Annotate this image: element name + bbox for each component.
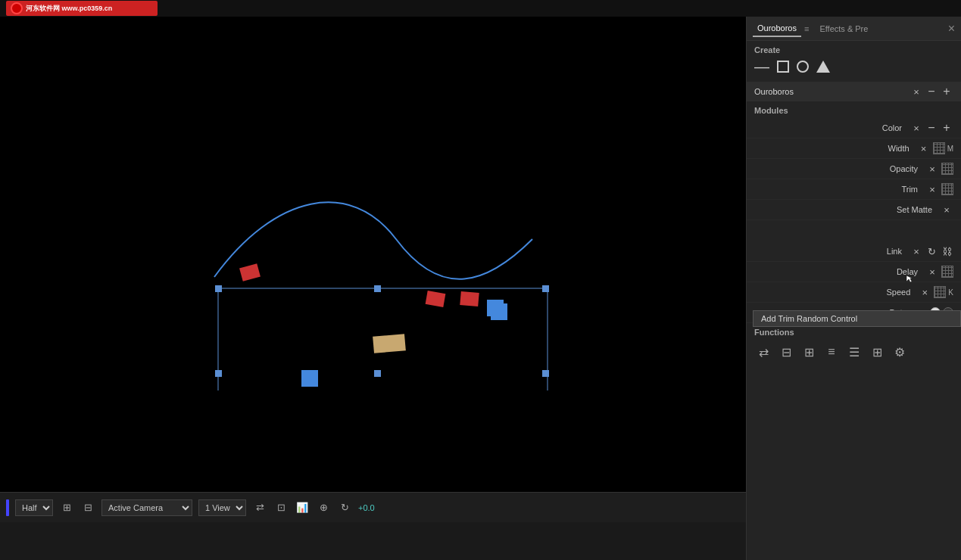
module-row-delay: Delay × — [747, 262, 961, 282]
color-minus-btn[interactable]: − — [925, 121, 938, 135]
ouroboros-plus-btn[interactable]: + — [940, 85, 953, 98]
delay-grid-icon[interactable] — [941, 266, 953, 278]
func-icon-2[interactable]: ⊟ — [777, 343, 795, 361]
delay-module-name: Delay — [762, 267, 925, 276]
width-module-name: Width — [762, 144, 917, 153]
svg-rect-6 — [487, 300, 504, 316]
create-section: Create — — [747, 41, 961, 77]
panel-tabs: Ouroboros ≡ Effects & Pre × — [747, 17, 961, 41]
view-icon[interactable]: ⊟ — [80, 500, 95, 515]
functions-section: Functions ⇄ ⊟ ⊞ ≡ ☰ ⊞ ⚙ — [747, 323, 961, 366]
tooltip-dropdown: Add Trim Random Control — [753, 310, 961, 327]
canvas-area: Half ⊞ ⊟ Active Camera 1 View ⇄ ⊡ 📊 ⊕ ↻ … — [0, 17, 746, 522]
link-x-btn[interactable]: × — [910, 244, 923, 258]
functions-label: Functions — [754, 328, 953, 337]
tab-effects[interactable]: Effects & Pre — [815, 21, 872, 36]
setmatte-x-btn[interactable]: × — [940, 203, 953, 216]
tab-ouroboros[interactable]: Ouroboros — [753, 20, 801, 37]
trim-module-name: Trim — [762, 185, 925, 194]
svg-rect-12 — [374, 370, 381, 377]
speed-module-name: Speed — [762, 288, 918, 297]
zoom-select[interactable]: Half — [15, 499, 53, 516]
func-icon-6[interactable]: ⊞ — [868, 343, 886, 361]
color-plus-btn[interactable]: + — [940, 121, 953, 135]
func-icon-5[interactable]: ☰ — [845, 343, 863, 361]
width-grid-icon[interactable] — [933, 142, 945, 154]
link-module-name: Link — [762, 247, 910, 256]
opacity-x-btn[interactable]: × — [925, 162, 939, 176]
dash-shape-btn[interactable]: — — [754, 59, 769, 74]
watermark-text: 河东软件网 www.pc0359.cn — [26, 4, 112, 14]
svg-rect-9 — [374, 285, 381, 292]
module-row-setmatte: Set Matte × — [747, 200, 961, 220]
width-m-label: M — [947, 145, 953, 153]
svg-rect-4 — [301, 370, 318, 387]
func-icon-3[interactable]: ⊞ — [800, 343, 818, 361]
ouroboros-x-btn[interactable]: × — [910, 85, 923, 98]
module-row-width: Width × M — [747, 138, 961, 159]
tool-icon-2[interactable]: ⊡ — [273, 500, 289, 515]
svg-rect-8 — [215, 285, 222, 292]
tool-icon-3[interactable]: 📊 — [295, 500, 310, 515]
module-row-speed: Speed × K — [747, 282, 961, 303]
speed-grid-icon[interactable] — [934, 286, 946, 298]
link-rotate-btn[interactable]: ↻ — [925, 244, 938, 258]
tool-icon-1[interactable]: ⇄ — [252, 500, 267, 515]
circle-shape-btn[interactable] — [797, 61, 809, 73]
link-chain-btn[interactable]: ⛓ — [940, 244, 953, 258]
tab-menu-icon[interactable]: ≡ — [804, 24, 809, 33]
module-row-opacity: Opacity × — [747, 159, 961, 179]
color-x-btn[interactable]: × — [910, 121, 923, 135]
ouroboros-minus-btn[interactable]: − — [925, 85, 938, 98]
modules-label: Modules — [747, 103, 961, 118]
svg-rect-10 — [542, 285, 549, 292]
tool-icon-4[interactable]: ⊕ — [316, 500, 331, 515]
trim-grid-icon[interactable] — [941, 183, 953, 195]
speed-k-label: K — [948, 288, 953, 297]
svg-rect-0 — [239, 263, 261, 282]
tool-icon-5[interactable]: ↻ — [337, 500, 352, 515]
module-row-link: Link × ↻ ⛓ — [747, 241, 961, 262]
func-icon-1[interactable]: ⇄ — [754, 343, 772, 361]
func-icon-4[interactable]: ≡ — [822, 343, 841, 361]
svg-rect-1 — [425, 291, 445, 307]
speed-x-btn[interactable]: × — [918, 285, 931, 299]
module-row-color: Color × − + — [747, 118, 961, 138]
width-x-btn[interactable]: × — [917, 142, 931, 155]
ouroboros-row: Ouroboros × − + — [747, 82, 961, 101]
panel-close-btn[interactable]: × — [948, 22, 955, 36]
svg-rect-13 — [542, 370, 549, 377]
svg-rect-11 — [215, 370, 222, 377]
func-icon-gear[interactable]: ⚙ — [891, 343, 909, 361]
opacity-grid-icon[interactable] — [941, 163, 953, 175]
canvas-bottom-bar: Half ⊞ ⊟ Active Camera 1 View ⇄ ⊡ 📊 ⊕ ↻ … — [0, 492, 746, 522]
module-row-trim: Trim × — [747, 179, 961, 200]
color-module-name: Color — [762, 123, 910, 132]
rect-shape-btn[interactable] — [777, 61, 789, 73]
comp-icon[interactable]: ⊞ — [59, 500, 74, 515]
svg-rect-3 — [373, 334, 406, 353]
viewport[interactable] — [0, 17, 746, 492]
opacity-module-name: Opacity — [762, 164, 925, 173]
svg-rect-2 — [460, 291, 479, 306]
ouroboros-name: Ouroboros — [754, 87, 910, 96]
trim-x-btn[interactable]: × — [925, 182, 939, 196]
view-count-select[interactable]: 1 View — [198, 499, 246, 516]
camera-select[interactable]: Active Camera — [101, 499, 192, 516]
triangle-shape-btn[interactable] — [816, 61, 830, 73]
offset-value: +0.0 — [358, 503, 375, 512]
setmatte-module-name: Set Matte — [762, 205, 940, 214]
delay-x-btn[interactable]: × — [925, 265, 939, 278]
right-panel: Ouroboros ≡ Effects & Pre × Create — Our… — [746, 17, 961, 560]
create-label: Create — [754, 45, 953, 54]
